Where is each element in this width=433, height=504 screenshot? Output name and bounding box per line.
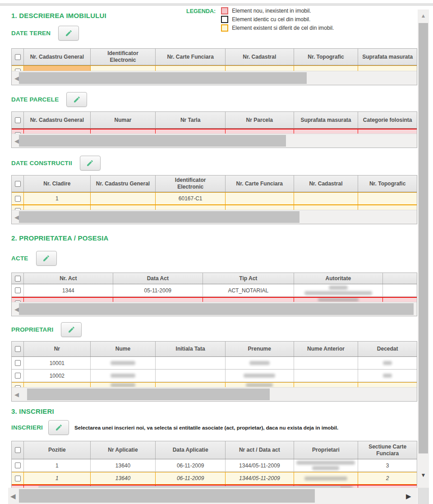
row-checkbox-cell — [12, 370, 24, 382]
table-row[interactable]: 11364006-11-20091344/05-11-20093 — [12, 459, 417, 472]
top-divider-bar — [0, 3, 433, 6]
scroll-thumb[interactable] — [19, 303, 414, 315]
cell — [294, 66, 359, 71]
page-horizontal-scrollbar[interactable]: ◀ ▶ — [8, 488, 417, 504]
scroll-thumb[interactable] — [19, 135, 286, 147]
scroll-left-icon[interactable]: ◀ — [14, 392, 19, 398]
table-horizontal-scrollbar[interactable]: ◀ — [12, 210, 417, 224]
column-header: Sectiune Carte Funciara — [358, 441, 417, 459]
redacted-text — [304, 291, 372, 295]
cell — [294, 383, 359, 387]
redacted-text — [329, 286, 348, 290]
page-vertical-scrollbar[interactable]: ▲ ▼ — [418, 9, 429, 488]
column-header: Nr — [24, 342, 91, 356]
column-header: Nr. Carte Funciara — [226, 176, 294, 192]
cell — [91, 370, 156, 382]
edit-proprietari-button[interactable] — [61, 322, 82, 337]
column-header — [383, 273, 417, 284]
cell — [91, 129, 156, 134]
column-header: Nr. Topografic — [294, 49, 359, 65]
edit-date-constructii-button[interactable] — [80, 156, 101, 171]
row-checkbox-cell — [12, 193, 24, 204]
cell: 1344/05-11-2009 — [226, 472, 294, 484]
scroll-thumb[interactable] — [19, 72, 307, 84]
edit-acte-button[interactable] — [36, 251, 57, 266]
cell — [226, 66, 294, 71]
column-header: Nume — [91, 342, 156, 356]
select-all-checkbox[interactable] — [15, 346, 21, 352]
scroll-left-icon[interactable]: ◀ — [14, 214, 19, 220]
page-scroll-right-icon[interactable]: ▶ — [406, 493, 411, 499]
table-row[interactable] — [12, 65, 417, 71]
redacted-text — [249, 361, 270, 365]
cell — [383, 298, 417, 302]
cell — [226, 193, 294, 204]
page-v-scroll-thumb[interactable] — [419, 23, 428, 453]
table-row[interactable]: 10001 — [12, 357, 417, 370]
legend-swatch-new — [221, 7, 228, 14]
row-checkbox[interactable] — [15, 476, 21, 481]
table-title-date-constructii: DATE CONSTRUCTII — [11, 160, 72, 166]
header-checkbox-cell — [12, 49, 24, 65]
column-header: Suprafata masurata — [294, 112, 359, 128]
column-header: Prenume — [226, 342, 294, 356]
redacted-text — [246, 383, 273, 387]
select-all-checkbox[interactable] — [15, 447, 21, 453]
scroll-left-icon[interactable]: ◀ — [14, 306, 19, 312]
cell — [226, 129, 294, 134]
table-header-row: NrNumeInitiala TataPrenumeNume AnteriorD… — [12, 342, 417, 357]
table-row[interactable] — [12, 297, 417, 302]
select-all-checkbox[interactable] — [15, 117, 21, 123]
inscrieri-table: PozitieNr AplicatieData AplicatieNr act … — [11, 441, 417, 490]
table-row[interactable] — [12, 129, 417, 134]
row-checkbox-cell — [12, 284, 24, 296]
cell — [156, 205, 226, 210]
table-horizontal-scrollbar[interactable]: ◀ — [12, 302, 417, 316]
page-scroll-up-icon[interactable]: ▲ — [421, 13, 426, 18]
edit-date-teren-button[interactable] — [58, 26, 79, 41]
page-scroll-down-icon[interactable]: ▼ — [421, 472, 426, 478]
row-checkbox[interactable] — [15, 373, 21, 379]
row-checkbox[interactable] — [15, 360, 21, 366]
scroll-left-icon[interactable]: ◀ — [14, 75, 19, 81]
cell — [358, 66, 417, 71]
table-row[interactable]: 11364006-11-20091344/05-11-20092 — [12, 472, 417, 485]
cell — [358, 383, 417, 387]
scroll-left-icon[interactable]: ◀ — [14, 138, 19, 144]
edit-date-parcele-button[interactable] — [66, 92, 87, 107]
redacted-text — [111, 361, 135, 365]
table-horizontal-scrollbar[interactable]: ◀ — [12, 134, 417, 148]
redacted-text — [296, 461, 355, 465]
cell — [91, 205, 156, 210]
table-row[interactable]: 134405-11-2009ACT_NOTARIAL — [12, 284, 417, 297]
page-scroll-left-icon[interactable]: ◀ — [10, 493, 16, 499]
table-header-row: PozitieNr AplicatieData AplicatieNr act … — [12, 441, 417, 459]
page-h-scroll-thumb[interactable] — [19, 489, 315, 503]
table-header-row: Nr. CladireNr. Cadastru GeneralIdentific… — [12, 176, 417, 192]
select-all-checkbox[interactable] — [15, 54, 21, 60]
table-row[interactable]: 160167-C1 — [12, 192, 417, 205]
row-checkbox[interactable] — [15, 462, 21, 468]
table-row[interactable] — [12, 382, 417, 387]
row-checkbox[interactable] — [15, 196, 21, 202]
table-row[interactable] — [12, 205, 417, 210]
column-header: Identificator Electronic — [156, 176, 226, 192]
header-checkbox-cell — [12, 273, 24, 284]
date-parcele-table: Nr. Cadastru GeneralNumarNr TarlaNr Parc… — [11, 111, 417, 148]
select-all-checkbox[interactable] — [15, 276, 21, 282]
cell: 1 — [24, 472, 91, 484]
row-checkbox[interactable] — [15, 287, 21, 293]
table-row[interactable]: 10002 — [12, 370, 417, 382]
header-checkbox-cell — [12, 342, 24, 356]
column-header: Autoritate — [294, 273, 383, 284]
scroll-thumb[interactable] — [27, 388, 270, 400]
select-all-checkbox[interactable] — [15, 181, 21, 187]
cell — [358, 205, 417, 210]
scroll-thumb[interactable] — [19, 211, 299, 223]
scrollbar-corner — [418, 488, 429, 504]
row-checkbox-cell — [12, 459, 24, 472]
table-horizontal-scrollbar[interactable]: ◀ — [12, 387, 417, 401]
edit-inscrieri-button[interactable] — [48, 420, 69, 435]
table-horizontal-scrollbar[interactable]: ◀ — [12, 71, 417, 85]
cell — [24, 205, 91, 210]
